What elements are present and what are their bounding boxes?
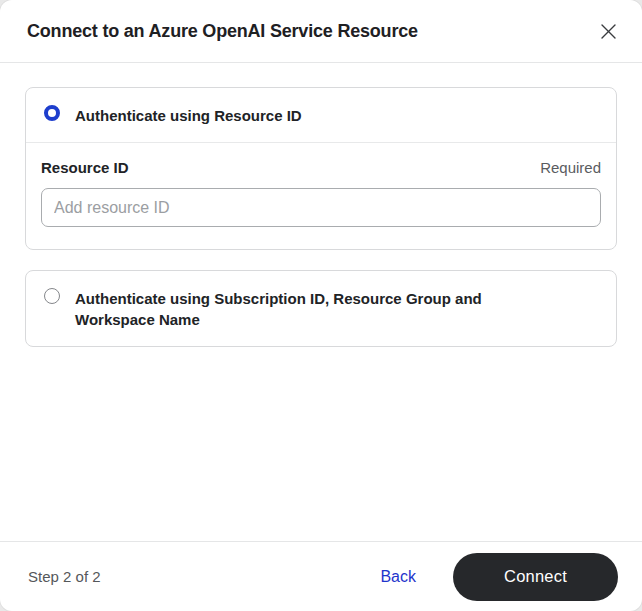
option-subscription-label: Authenticate using Subscription ID, Reso… bbox=[75, 287, 545, 330]
resource-id-input[interactable] bbox=[41, 188, 601, 227]
step-indicator: Step 2 of 2 bbox=[28, 568, 380, 585]
resource-id-field-label: Resource ID bbox=[41, 159, 129, 176]
dialog-footer: Step 2 of 2 Back Connect bbox=[0, 541, 642, 611]
radio-unselected-icon[interactable] bbox=[44, 288, 60, 304]
dialog-title: Connect to an Azure OpenAI Service Resou… bbox=[27, 21, 594, 42]
close-icon bbox=[600, 23, 617, 40]
resource-id-form: Resource ID Required bbox=[26, 143, 616, 249]
option-card-subscription: Authenticate using Subscription ID, Reso… bbox=[25, 270, 617, 347]
close-button[interactable] bbox=[594, 17, 622, 45]
field-label-row: Resource ID Required bbox=[41, 159, 601, 176]
connect-button[interactable]: Connect bbox=[453, 553, 618, 601]
radio-selected-icon[interactable] bbox=[44, 105, 60, 121]
connect-resource-dialog: Connect to an Azure OpenAI Service Resou… bbox=[0, 0, 642, 611]
back-button[interactable]: Back bbox=[380, 568, 416, 586]
option-resource-id[interactable]: Authenticate using Resource ID bbox=[26, 88, 616, 142]
option-resource-id-label: Authenticate using Resource ID bbox=[75, 104, 302, 126]
dialog-body: Authenticate using Resource ID Resource … bbox=[0, 63, 642, 541]
required-badge: Required bbox=[540, 159, 601, 176]
option-subscription[interactable]: Authenticate using Subscription ID, Reso… bbox=[26, 271, 616, 346]
option-card-resource-id: Authenticate using Resource ID Resource … bbox=[25, 87, 617, 250]
dialog-header: Connect to an Azure OpenAI Service Resou… bbox=[0, 0, 642, 63]
